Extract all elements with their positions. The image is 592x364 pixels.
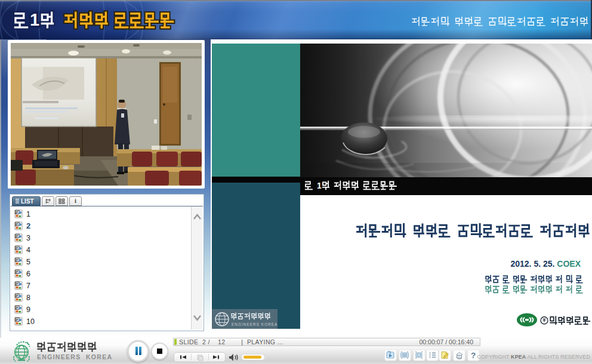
svg-text:7: 7: [26, 282, 30, 290]
svg-text:P: P: [16, 270, 18, 274]
svg-text:P: P: [16, 235, 18, 238]
svg-text:P: P: [16, 258, 18, 262]
svg-text:LIST: LIST: [21, 198, 34, 205]
svg-text:P: P: [16, 282, 18, 286]
svg-text:P: P: [16, 318, 18, 322]
svg-text:1: 1: [26, 210, 30, 218]
svg-text:1: 1: [317, 181, 322, 190]
svg-text:P: P: [16, 306, 18, 310]
svg-text:P: P: [16, 246, 18, 250]
svg-text:P: P: [16, 211, 18, 214]
svg-text:ENGINEERS KOREA: ENGINEERS KOREA: [232, 322, 278, 326]
svg-text:?: ?: [471, 351, 476, 360]
svg-text:2: 2: [26, 221, 30, 230]
svg-text:8: 8: [26, 294, 30, 302]
svg-text:9: 9: [26, 306, 30, 314]
svg-text:4: 4: [26, 246, 30, 254]
svg-text:3: 3: [26, 234, 30, 242]
svg-text:10: 10: [26, 317, 35, 326]
svg-text:6: 6: [26, 270, 30, 278]
svg-text:5: 5: [26, 258, 30, 266]
svg-text:P: P: [16, 223, 18, 226]
svg-text:1: 1: [30, 10, 39, 29]
svg-text:P: P: [16, 294, 18, 298]
